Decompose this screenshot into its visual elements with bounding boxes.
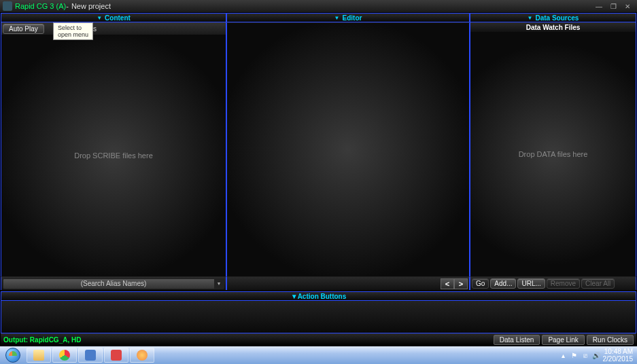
content-footer: (Search Alias Names) ▼ [1,276,226,290]
action-title: Action Buttons [298,293,347,300]
triangle-down-icon: ▼ [528,15,533,21]
maximize-button[interactable]: ❐ [606,1,620,11]
app-icon [3,1,12,11]
app-title: Rapid CG 3 (A) [15,2,66,10]
system-tray: ▴ ⚑ ⎚ 🔊 10:48 AM 2/20/2015 [559,348,638,363]
data-footer: Go Add... URL... Remove Clear All [470,276,636,290]
paint-icon [137,350,148,361]
chevron-down-icon[interactable]: ▼ [214,279,224,289]
tooltip: Select to open menu [53,22,93,40]
remove-button[interactable]: Remove [547,278,580,289]
windows-logo-icon [5,348,20,363]
clear-all-button[interactable]: Clear All [581,278,615,289]
editor-panel-header[interactable]: ▼ Editor [226,13,470,22]
content-drop-hint: Drop SCRIBE files here [74,151,153,160]
tray-flag-icon[interactable]: ⚑ [570,351,579,359]
data-panel-header[interactable]: ▼ Data Sources [470,13,636,22]
content-panel: ▼ Content Auto Play seconds Select to op… [1,13,226,290]
app-icon [85,350,96,361]
data-drop-area[interactable]: Drop DATA files here [470,32,636,276]
data-listen-button[interactable]: Data Listen [494,335,540,345]
content-drop-area[interactable]: Drop SCRIBE files here [1,35,226,276]
taskbar-app-2[interactable] [104,348,128,363]
data-title: Data Sources [536,14,579,22]
data-drop-hint: Drop DATA files here [519,150,588,158]
editor-panel: ▼ Editor < > [226,13,470,290]
clock-time: 10:48 AM [603,348,634,355]
page-link-button[interactable]: Page Link [542,335,584,345]
close-button[interactable]: ✕ [621,1,634,11]
minimize-button[interactable]: — [592,1,606,11]
taskbar-clock[interactable]: 10:48 AM 2/20/2015 [603,348,634,363]
search-placeholder: (Search Alias Names) [81,280,147,287]
folder-icon [33,350,44,361]
start-button[interactable] [0,346,26,364]
content-toolbar: Auto Play seconds Select to open menu [1,22,226,35]
content-title: Content [105,14,131,22]
output-status: Output: RapidCG_A, HD [3,336,81,344]
url-button[interactable]: URL... [517,278,545,289]
app-body: ▼ Content Auto Play seconds Select to op… [0,12,637,346]
content-panel-header[interactable]: ▼ Content [1,13,226,22]
action-buttons-header[interactable]: ▼ Action Buttons [1,291,636,301]
auto-play-button[interactable]: Auto Play [3,24,44,34]
data-sources-panel: ▼ Data Sources Data Watch Files Drop DAT… [470,13,636,290]
editor-title: Editor [343,14,362,22]
taskbar-explorer[interactable] [27,348,51,363]
triangle-down-icon: ▼ [291,293,298,300]
triangle-down-icon: ▼ [334,15,340,21]
tray-show-hidden-icon[interactable]: ▴ [559,351,568,359]
triangle-down-icon: ▼ [97,15,102,21]
taskbar-chrome[interactable] [52,348,77,363]
title-separator: - [66,2,69,10]
status-bar: Output: RapidCG_A, HD Data Listen Page L… [1,333,636,346]
windows-taskbar: ▴ ⚑ ⎚ 🔊 10:48 AM 2/20/2015 [0,346,637,364]
search-alias-combo[interactable]: (Search Alias Names) ▼ [3,278,224,289]
data-watch-files-header: Data Watch Files [470,22,636,32]
clock-date: 2/20/2015 [603,355,634,363]
action-buttons-area [1,301,636,333]
tray-network-icon[interactable]: ⎚ [581,351,589,359]
project-name: New project [71,2,111,10]
window-titlebar: Rapid CG 3 (A) - New project — ❐ ✕ [0,0,637,12]
nav-next-button[interactable]: > [454,278,468,289]
chrome-icon [59,350,70,361]
editor-footer: < > [226,276,470,290]
tray-volume-icon[interactable]: 🔊 [592,351,600,359]
go-button[interactable]: Go [472,278,489,289]
nav-prev-button[interactable]: < [441,278,454,289]
add-button[interactable]: Add... [490,278,516,289]
taskbar-app-1[interactable] [78,348,103,363]
app-icon [111,350,122,361]
editor-area[interactable] [226,22,470,276]
taskbar-paint[interactable] [130,348,154,363]
run-clocks-button[interactable]: Run Clocks [587,335,634,345]
